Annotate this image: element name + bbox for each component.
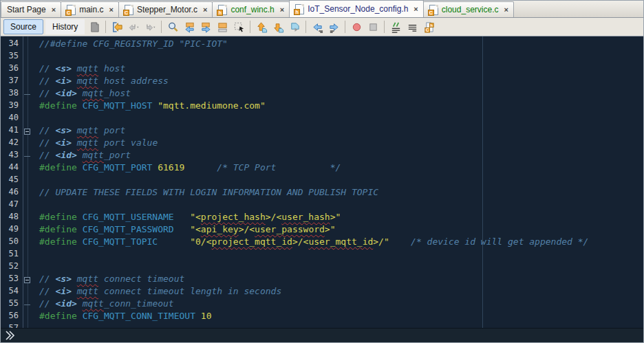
line-number: 53 bbox=[1, 274, 23, 286]
code-line: 41// <s> mqtt port bbox=[1, 125, 643, 137]
tab-start-page[interactable]: Start Page× bbox=[1, 1, 61, 17]
code-line: 35 bbox=[1, 51, 643, 63]
ide-window: Start Page×Cmain.c×CStepper_Motor.c×hcon… bbox=[0, 0, 644, 343]
toggle-highlight-icon[interactable] bbox=[215, 19, 230, 34]
find-previous-icon[interactable] bbox=[182, 19, 197, 34]
line-number: 42 bbox=[1, 137, 23, 150]
fold-column bbox=[23, 63, 33, 76]
tab-close-icon[interactable]: × bbox=[414, 5, 418, 13]
stop-macro-icon[interactable] bbox=[365, 19, 380, 34]
shift-line-left-icon[interactable] bbox=[310, 19, 325, 34]
code-editor[interactable]: 34//#define CFG_REGISTRY_ID "PIC-IOT"353… bbox=[1, 36, 643, 328]
fold-marker bbox=[23, 88, 33, 100]
toolbar-separator bbox=[250, 21, 250, 33]
line-number: 57 bbox=[1, 323, 23, 328]
comment-icon[interactable] bbox=[388, 19, 403, 34]
tab-main-c[interactable]: Cmain.c× bbox=[61, 1, 119, 17]
next-bookmark-icon[interactable] bbox=[270, 19, 286, 34]
uncomment-icon[interactable] bbox=[405, 19, 420, 34]
record-macro-icon[interactable] bbox=[349, 19, 364, 34]
code-line: 43// <id> mqtt_port bbox=[1, 150, 643, 162]
h-file-icon: h bbox=[295, 4, 304, 14]
line-number: 34 bbox=[1, 38, 23, 51]
code-text: #define CFG_MQTT_HOST "mqtt.mediumone.co… bbox=[33, 100, 266, 113]
tab-label: Stepper_Motor.c bbox=[137, 5, 197, 14]
line-number: 39 bbox=[1, 100, 23, 113]
toolbar-separator bbox=[161, 21, 162, 33]
code-line: 55// <id> mqtt_conn_timeout bbox=[1, 298, 643, 311]
code-line: 51 bbox=[1, 249, 643, 261]
h-file-icon: h bbox=[218, 5, 227, 15]
fold-column bbox=[23, 199, 33, 212]
line-number: 51 bbox=[1, 249, 23, 261]
fold-column bbox=[23, 100, 33, 113]
line-number: 41 bbox=[1, 125, 23, 137]
tab-close-icon[interactable]: × bbox=[203, 6, 207, 14]
tab-label: main.c bbox=[79, 5, 103, 14]
forward-icon[interactable] bbox=[142, 19, 158, 34]
line-number: 54 bbox=[1, 286, 23, 298]
previous-bookmark-icon[interactable] bbox=[254, 19, 269, 34]
code-line: 45 bbox=[1, 175, 643, 187]
fold-column bbox=[23, 261, 33, 274]
code-text: // UPDATE THESE FIELDS WITH LOGIN INFORM… bbox=[33, 187, 378, 199]
tab-close-icon[interactable]: × bbox=[109, 6, 113, 14]
last-edit-icon[interactable] bbox=[87, 19, 102, 34]
line-number: 48 bbox=[1, 212, 23, 224]
fold-column bbox=[23, 113, 33, 125]
tab-close-icon[interactable]: × bbox=[280, 6, 284, 14]
code-text: #define CFG_MQTT_USERNAME "<project_hash… bbox=[33, 212, 341, 224]
find-selection-icon[interactable] bbox=[165, 19, 180, 34]
tab-cloud-service-c[interactable]: Ccloud_service.c× bbox=[423, 1, 514, 17]
line-number: 50 bbox=[1, 236, 23, 249]
tab-label: conf_winc.h bbox=[230, 5, 274, 14]
tab-iot-sensor-node-config-h[interactable]: hIoT_Sensor_Node_config.h× bbox=[289, 0, 424, 17]
line-number: 36 bbox=[1, 63, 23, 76]
fold-column bbox=[23, 175, 33, 187]
rectangular-selection-icon[interactable] bbox=[231, 19, 246, 34]
code-line: 56#define CFG_MQTT_CONN_TIMEOUT 10 bbox=[1, 311, 643, 323]
line-number: 55 bbox=[1, 298, 23, 311]
fold-column bbox=[23, 38, 33, 51]
code-line: 36// <s> mqtt host bbox=[1, 63, 643, 76]
source-view-button[interactable]: Source bbox=[3, 19, 43, 34]
code-line: 38// <id> mqtt_host bbox=[1, 88, 643, 100]
fold-marker[interactable] bbox=[23, 274, 33, 286]
toolbar-separator bbox=[345, 21, 345, 33]
tab-label: IoT_Sensor_Node_config.h bbox=[308, 4, 408, 14]
shift-line-right-icon[interactable] bbox=[326, 19, 341, 34]
code-line: 52 bbox=[1, 261, 643, 274]
code-line: 44#define CFG_MQTT_PORT 61619 /* TCP Por… bbox=[1, 162, 643, 175]
line-number: 46 bbox=[1, 187, 23, 199]
goto-last-edit-icon[interactable] bbox=[109, 19, 125, 34]
fold-marker[interactable] bbox=[23, 125, 33, 137]
tab-close-icon[interactable]: × bbox=[52, 6, 56, 14]
history-view-button[interactable]: History bbox=[45, 19, 85, 34]
code-line: 49#define CFG_MQTT_PASSWORD "<api_key>/<… bbox=[1, 224, 643, 236]
code-text: // <s> mqtt host bbox=[33, 63, 125, 76]
back-icon[interactable] bbox=[126, 19, 141, 34]
toolbar-separator bbox=[384, 21, 385, 33]
line-number: 40 bbox=[1, 113, 23, 125]
code-text: // <id> mqtt_port bbox=[33, 150, 131, 162]
editor-toolbar: Source History hC bbox=[1, 18, 643, 36]
tab-stepper-motor-c[interactable]: CStepper_Motor.c× bbox=[118, 1, 213, 17]
find-next-icon[interactable] bbox=[198, 19, 213, 34]
toolbar-separator bbox=[305, 21, 306, 33]
line-number: 37 bbox=[1, 76, 23, 88]
expand-breadcrumbs-icon[interactable] bbox=[4, 331, 15, 340]
line-number: 44 bbox=[1, 162, 23, 175]
tab-close-icon[interactable]: × bbox=[504, 6, 508, 14]
code-line: 40 bbox=[1, 113, 643, 125]
line-number: 49 bbox=[1, 224, 23, 236]
code-text bbox=[33, 261, 39, 274]
code-text: // <i> mqtt port value bbox=[33, 137, 158, 150]
fold-marker bbox=[23, 150, 33, 162]
goto-header-source-icon[interactable]: hC bbox=[421, 19, 436, 34]
c-file-icon: C bbox=[429, 5, 438, 15]
code-line: 47 bbox=[1, 199, 643, 212]
tab-conf-winc-h[interactable]: hconf_winc.h× bbox=[212, 1, 290, 17]
toggle-bookmark-icon[interactable] bbox=[287, 19, 302, 34]
code-line: 34//#define CFG_REGISTRY_ID "PIC-IOT" bbox=[1, 38, 643, 51]
code-line: 57 bbox=[1, 323, 643, 328]
